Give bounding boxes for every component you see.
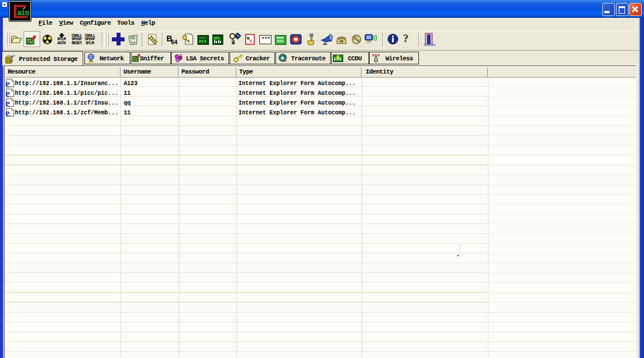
svg-text:e: e [6,79,10,87]
svg-text:ain: ain [17,9,29,17]
svg-text:e: e [6,88,10,97]
svg-text:e: e [6,108,10,117]
svg-text:C: C [250,39,253,44]
svg-text:e: e [6,98,10,107]
